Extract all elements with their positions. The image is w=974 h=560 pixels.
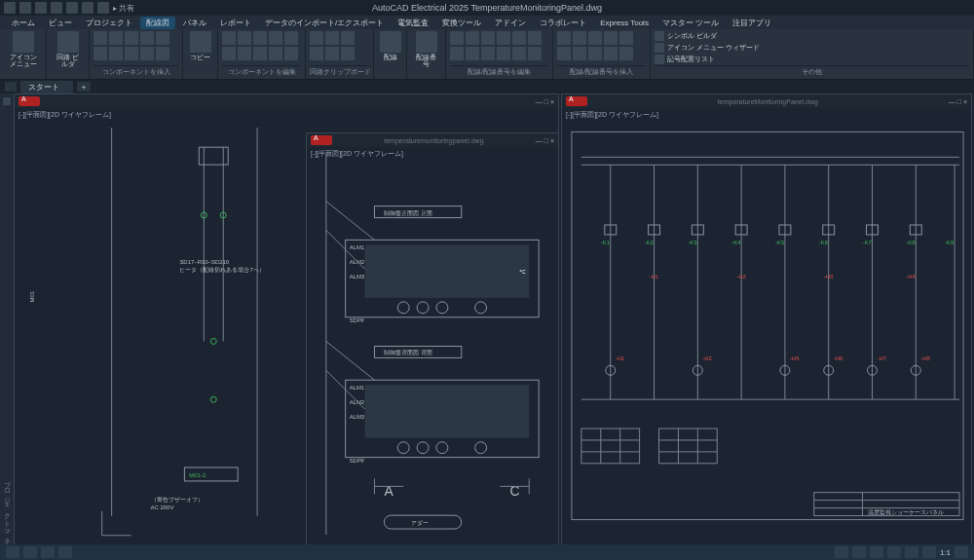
app-icon[interactable] xyxy=(4,2,16,14)
status-icon[interactable] xyxy=(835,546,848,558)
new-tab-button[interactable]: ＋ xyxy=(76,81,92,93)
tool-icon[interactable] xyxy=(588,31,602,45)
tool-icon[interactable] xyxy=(253,47,267,60)
viewport-front-middle[interactable]: temperaturemonitoringpanel.dwg — □ × [-]… xyxy=(306,132,559,546)
tool-icon[interactable] xyxy=(481,47,495,60)
tool-icon[interactable] xyxy=(604,47,618,60)
qat-redo-icon[interactable] xyxy=(82,2,94,14)
tab-convert[interactable]: 変換ツール xyxy=(436,17,487,29)
tool-icon[interactable] xyxy=(94,47,107,60)
qat-share-button[interactable]: ▸ 共有 xyxy=(113,3,134,14)
tool-icon[interactable] xyxy=(619,31,633,45)
tool-icon[interactable] xyxy=(466,47,479,60)
qat-new-icon[interactable] xyxy=(19,2,31,14)
viewport-right[interactable]: temperatureMonitoringPanel.dwg — □ × [-]… xyxy=(561,93,972,546)
tool-icon[interactable] xyxy=(325,31,339,45)
tool-icon[interactable] xyxy=(284,47,298,60)
symbol-builder-icon[interactable] xyxy=(655,31,664,41)
tool-icon[interactable] xyxy=(528,47,542,60)
tool-icon[interactable] xyxy=(341,31,355,45)
tool-icon[interactable] xyxy=(125,31,138,45)
qat-save-icon[interactable] xyxy=(51,2,62,14)
status-model-button[interactable] xyxy=(6,546,19,558)
tool-icon[interactable] xyxy=(238,47,251,60)
tab-collaborate[interactable]: コラボレート xyxy=(534,17,592,29)
qat-plot-icon[interactable] xyxy=(97,2,109,14)
icon-menu-button[interactable]: アイコン メニュー xyxy=(4,31,42,67)
tab-master[interactable]: マスター ツール xyxy=(656,17,725,29)
status-settings-icon[interactable] xyxy=(955,546,968,558)
tool-icon[interactable] xyxy=(109,31,123,45)
rail-icon[interactable] xyxy=(3,97,11,105)
status-icon[interactable] xyxy=(905,546,918,558)
status-icon[interactable] xyxy=(922,546,936,558)
circuit-builder-button[interactable]: 回路 ビルダ xyxy=(51,31,85,67)
tool-icon[interactable] xyxy=(512,47,526,60)
tool-icon[interactable] xyxy=(588,47,602,60)
tool-icon[interactable] xyxy=(481,31,495,45)
tool-icon[interactable] xyxy=(156,47,169,60)
wirenum-button[interactable]: 配線番号 xyxy=(411,31,441,67)
drawing-canvas-2[interactable]: 制御盤正面図 正面 ALM1 ALM2 ALM3 SDPF ℃ 制御盤背面図 背… xyxy=(307,147,558,545)
tool-icon[interactable] xyxy=(125,47,138,60)
tab-reports[interactable]: レポート xyxy=(214,17,257,29)
viewport-controls[interactable]: — □ × xyxy=(949,98,967,105)
qat-undo-icon[interactable] xyxy=(66,2,78,14)
tool-icon[interactable] xyxy=(341,47,355,60)
symbol-builder-label[interactable]: シンボル ビルダ xyxy=(667,31,717,41)
tool-icon[interactable] xyxy=(450,47,464,60)
tool-icon[interactable] xyxy=(238,31,251,45)
wire-button[interactable]: 配線 xyxy=(378,31,402,60)
tool-icon[interactable] xyxy=(325,47,339,60)
tool-icon[interactable] xyxy=(573,47,586,60)
tab-express[interactable]: Express Tools xyxy=(594,18,655,28)
tool-icon[interactable] xyxy=(310,31,323,45)
viewport-badge[interactable] xyxy=(566,96,587,106)
tool-icon[interactable] xyxy=(497,47,510,60)
status-scale[interactable]: 1:1 xyxy=(940,548,951,557)
tool-icon[interactable] xyxy=(512,31,526,45)
tab-panel[interactable]: パネル xyxy=(177,17,212,29)
qat-open-icon[interactable] xyxy=(35,2,47,14)
tool-icon[interactable] xyxy=(94,31,107,45)
tool-icon[interactable] xyxy=(222,31,236,45)
tab-home[interactable]: ホーム xyxy=(6,17,41,29)
drawing-canvas-3[interactable]: -K1 -K2 -K3 -K4 -K5 -K6 -K7 -K8 -K9 -H1 … xyxy=(562,108,971,545)
tool-icon[interactable] xyxy=(619,47,633,60)
copy-button[interactable]: コピー xyxy=(187,31,213,60)
status-grid-button[interactable] xyxy=(23,546,37,558)
status-icon[interactable] xyxy=(852,546,866,558)
file-tab-start[interactable]: スタート xyxy=(19,80,74,94)
tool-icon[interactable] xyxy=(156,31,169,45)
tool-icon[interactable] xyxy=(140,31,154,45)
viewport-controls[interactable]: — □ × xyxy=(536,98,554,105)
tab-schematic[interactable]: 配線図 xyxy=(140,17,175,29)
tab-project[interactable]: プロジェクト xyxy=(80,17,138,29)
tool-icon[interactable] xyxy=(269,31,282,45)
status-ortho-button[interactable] xyxy=(58,546,72,558)
tool-icon[interactable] xyxy=(528,31,542,45)
tool-icon[interactable] xyxy=(557,47,571,60)
tool-icon[interactable] xyxy=(604,31,618,45)
drawing-menu-button[interactable] xyxy=(4,81,18,93)
viewport-badge[interactable] xyxy=(19,96,40,106)
tab-audit[interactable]: 電気監査 xyxy=(392,17,434,29)
tool-icon[interactable] xyxy=(466,31,479,45)
tool-icon[interactable] xyxy=(450,31,464,45)
tool-icon[interactable] xyxy=(253,31,267,45)
tool-icon[interactable] xyxy=(109,47,123,60)
status-icon[interactable] xyxy=(887,546,901,558)
icon-wizard-icon[interactable] xyxy=(655,43,664,53)
icon-wizard-label[interactable]: アイコン メニュー ウィザード xyxy=(667,43,760,53)
tab-view[interactable]: ビュー xyxy=(43,17,78,29)
status-icon[interactable] xyxy=(870,546,883,558)
tab-import-export[interactable]: データのインポート/エクスポート xyxy=(259,17,390,29)
tool-icon[interactable] xyxy=(269,47,282,60)
tool-icon[interactable] xyxy=(140,47,154,60)
tool-icon[interactable] xyxy=(284,31,298,45)
tool-icon[interactable] xyxy=(222,47,236,60)
viewport-badge[interactable] xyxy=(311,135,332,145)
tool-icon[interactable] xyxy=(497,31,510,45)
status-snap-button[interactable] xyxy=(41,546,55,558)
viewport-area[interactable]: — □ × [-][平面図][2D ワイヤフレーム] ディジタル表示器 BD- xyxy=(14,93,974,560)
